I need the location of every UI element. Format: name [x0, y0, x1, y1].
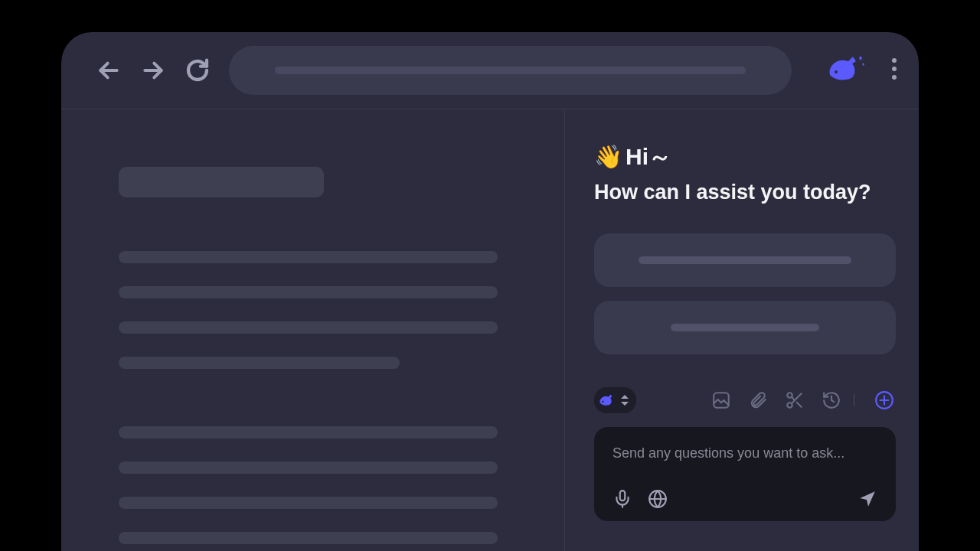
skeleton-line	[119, 321, 498, 334]
new-chat-button[interactable]	[873, 389, 896, 412]
suggestion-card[interactable]	[594, 301, 896, 354]
subtitle: How can I assist you today?	[594, 181, 896, 204]
svg-line-16	[831, 400, 834, 402]
suggestion-placeholder	[671, 324, 820, 331]
back-button[interactable]	[96, 57, 122, 83]
svg-point-3	[892, 58, 897, 63]
divider	[854, 394, 854, 406]
send-button[interactable]	[858, 489, 877, 509]
whale-icon	[825, 54, 865, 84]
input-controls	[612, 489, 877, 509]
back-icon	[96, 58, 121, 83]
menu-button[interactable]	[891, 57, 897, 84]
skeleton-line	[119, 426, 498, 439]
model-selector[interactable]	[594, 387, 636, 413]
tool-row	[594, 387, 896, 413]
skeleton-line	[119, 251, 498, 263]
chat-input[interactable]: Send any questions you want to ask...	[594, 427, 896, 521]
history-icon	[822, 390, 841, 410]
wave-emoji: 👋	[594, 144, 622, 169]
top-toolbar	[61, 32, 919, 109]
greeting: 👋Hi～	[594, 142, 896, 173]
url-placeholder	[275, 67, 746, 74]
whale-icon	[598, 391, 616, 409]
scissors-icon	[785, 390, 805, 410]
snip-button[interactable]	[783, 389, 806, 412]
globe-button[interactable]	[648, 489, 668, 509]
svg-point-4	[892, 67, 897, 71]
mic-button[interactable]	[612, 489, 632, 509]
greeting-text: Hi～	[626, 144, 671, 169]
page-content	[61, 109, 565, 551]
skeleton-line	[119, 497, 498, 509]
menu-dots-icon	[891, 57, 897, 81]
forward-button[interactable]	[140, 57, 166, 83]
sort-icon	[621, 395, 629, 406]
skeleton-line	[119, 532, 498, 544]
skeleton-line	[119, 461, 498, 474]
reload-icon	[185, 58, 210, 83]
suggestion-placeholder	[639, 256, 851, 264]
image-button[interactable]	[710, 389, 733, 412]
history-button[interactable]	[820, 389, 843, 412]
attach-button[interactable]	[746, 389, 769, 412]
svg-point-2	[835, 70, 838, 73]
svg-point-6	[602, 401, 603, 403]
browser-window: 👋Hi～ How can I assist you today?	[61, 32, 919, 551]
svg-rect-20	[620, 491, 626, 500]
reload-button[interactable]	[185, 57, 211, 83]
svg-line-13	[797, 403, 802, 407]
send-icon	[858, 489, 877, 509]
skeleton-title	[119, 167, 324, 197]
svg-marker-7	[621, 395, 629, 399]
address-bar[interactable]	[229, 46, 792, 95]
new-chat-icon	[874, 390, 894, 410]
suggestion-card[interactable]	[594, 233, 896, 287]
content-area: 👋Hi～ How can I assist you today?	[61, 109, 919, 551]
attach-icon	[748, 390, 768, 410]
extension-button[interactable]	[825, 54, 865, 87]
skeleton-line	[119, 357, 400, 369]
skeleton-line	[119, 286, 498, 298]
input-placeholder: Send any questions you want to ask...	[612, 445, 877, 461]
globe-icon	[648, 489, 668, 509]
image-icon	[711, 390, 731, 410]
forward-icon	[141, 58, 165, 83]
svg-line-14	[792, 397, 795, 400]
assistant-panel: 👋Hi～ How can I assist you today?	[565, 109, 919, 551]
mic-icon	[612, 489, 632, 509]
svg-marker-8	[621, 402, 629, 406]
svg-point-5	[892, 75, 897, 80]
